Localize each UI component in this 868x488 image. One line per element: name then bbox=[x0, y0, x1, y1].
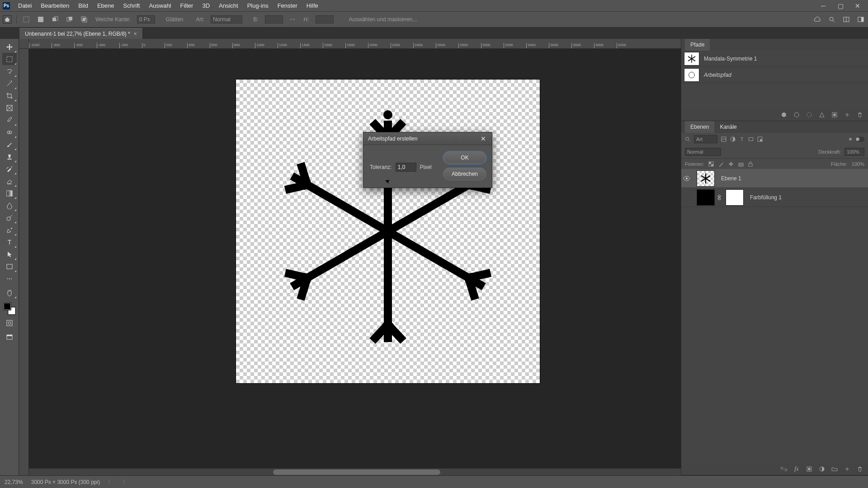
eyedropper-tool[interactable] bbox=[2, 114, 17, 126]
lock-nested-icon[interactable] bbox=[738, 161, 744, 167]
filter-smart-object-icon[interactable] bbox=[757, 136, 763, 142]
search-icon[interactable] bbox=[827, 15, 836, 24]
clone-stamp-tool[interactable] bbox=[2, 150, 17, 163]
doc-info-prev-icon[interactable]: 〈 bbox=[121, 479, 125, 485]
magic-wand-tool[interactable] bbox=[2, 77, 17, 89]
style-select[interactable]: Normal bbox=[211, 15, 242, 23]
edit-toolbar-icon[interactable] bbox=[2, 272, 17, 285]
healing-brush-tool[interactable] bbox=[2, 126, 17, 138]
paths-tab[interactable]: Pfade bbox=[685, 39, 710, 51]
maximize-icon[interactable]: ▢ bbox=[833, 1, 848, 10]
cancel-button[interactable]: Abbrechen bbox=[443, 168, 486, 180]
width-input[interactable] bbox=[265, 15, 283, 23]
menu-item[interactable]: 3D bbox=[198, 2, 214, 9]
doc-info[interactable]: 3000 Px × 3000 Px (300 ppi) bbox=[31, 479, 100, 485]
layer-style-icon[interactable]: fx bbox=[793, 465, 800, 473]
visibility-toggle-icon[interactable] bbox=[683, 176, 694, 181]
add-mask-from-path-icon[interactable] bbox=[831, 111, 838, 118]
menu-item[interactable]: Bearbeiten bbox=[36, 2, 74, 9]
link-layers-icon[interactable] bbox=[780, 465, 788, 473]
fill-path-icon[interactable] bbox=[780, 111, 788, 118]
menu-item[interactable]: Auswahl bbox=[144, 2, 175, 9]
path-to-selection-icon[interactable] bbox=[806, 111, 813, 118]
rectangle-tool[interactable] bbox=[2, 260, 17, 272]
lock-all-icon[interactable] bbox=[748, 161, 753, 167]
stroke-path-icon[interactable] bbox=[793, 111, 800, 118]
home-icon[interactable] bbox=[3, 15, 12, 23]
new-selection-icon[interactable] bbox=[36, 15, 46, 24]
layers-tab[interactable]: Ebenen bbox=[685, 121, 714, 133]
path-row[interactable]: Arbeitspfad bbox=[681, 67, 868, 83]
new-adjustment-layer-icon[interactable] bbox=[818, 465, 826, 473]
select-and-mask-button[interactable]: Auswählen und maskieren... bbox=[347, 16, 419, 23]
zoom-level[interactable]: 22,73% bbox=[5, 479, 23, 485]
new-layer-icon[interactable] bbox=[844, 465, 851, 473]
delete-layer-icon[interactable] bbox=[856, 465, 863, 473]
ok-button[interactable]: OK bbox=[443, 151, 486, 164]
doc-info-chevron-icon[interactable]: 〉 bbox=[108, 479, 113, 485]
quick-mask-icon[interactable] bbox=[2, 317, 17, 329]
lock-position-icon[interactable] bbox=[728, 161, 734, 167]
swap-wh-icon[interactable] bbox=[288, 15, 297, 24]
screen-mode-icon[interactable] bbox=[2, 331, 17, 343]
filter-toggle-switch[interactable] bbox=[855, 137, 864, 141]
scrollbar-horizontal[interactable] bbox=[29, 468, 681, 475]
ruler-horizontal[interactable]: -1000-800-600-400-2000200400600800100012… bbox=[29, 39, 681, 49]
workspace-icon[interactable] bbox=[856, 15, 865, 24]
arrange-docs-icon[interactable] bbox=[842, 15, 851, 24]
path-row[interactable]: Mandala-Symmetrie 1 bbox=[681, 51, 868, 67]
move-tool[interactable] bbox=[2, 41, 17, 53]
feather-input[interactable]: 0 Px bbox=[137, 15, 155, 23]
menu-item[interactable]: Fenster bbox=[273, 2, 302, 9]
marquee-tool[interactable] bbox=[2, 53, 17, 65]
ruler-vertical[interactable] bbox=[19, 49, 29, 475]
menu-item[interactable]: Schrift bbox=[119, 2, 145, 9]
filter-adjustment-icon[interactable] bbox=[730, 136, 736, 142]
document-canvas[interactable] bbox=[236, 80, 540, 383]
menu-item[interactable]: Bild bbox=[74, 2, 93, 9]
type-tool[interactable]: T bbox=[2, 236, 17, 248]
menu-item[interactable]: Datei bbox=[14, 2, 36, 9]
add-mask-icon[interactable] bbox=[806, 465, 813, 473]
tolerance-input[interactable]: 1,0 bbox=[396, 163, 416, 172]
lasso-tool[interactable] bbox=[2, 65, 17, 77]
eraser-tool[interactable] bbox=[2, 175, 17, 187]
history-brush-tool[interactable] bbox=[2, 163, 17, 175]
crop-tool[interactable] bbox=[2, 89, 17, 102]
filter-type-layer-icon[interactable]: T bbox=[739, 136, 745, 142]
menu-item[interactable]: Ansicht bbox=[214, 2, 243, 9]
close-window-icon[interactable]: ✕ bbox=[850, 1, 865, 10]
menu-item[interactable]: Ebene bbox=[93, 2, 119, 9]
menu-item[interactable]: Hilfe bbox=[302, 2, 323, 9]
lock-pixels-icon[interactable] bbox=[718, 161, 724, 167]
filter-pixel-icon[interactable] bbox=[721, 136, 726, 142]
search-icon[interactable] bbox=[685, 136, 690, 142]
gradient-tool[interactable] bbox=[2, 187, 17, 199]
filter-type-select[interactable]: Art bbox=[694, 135, 717, 143]
add-selection-icon[interactable] bbox=[50, 15, 60, 24]
marquee-icon[interactable] bbox=[21, 15, 31, 24]
blend-mode-select[interactable]: Normal bbox=[685, 148, 721, 156]
ruler-origin-icon[interactable] bbox=[19, 39, 29, 49]
path-selection-tool[interactable] bbox=[2, 248, 17, 260]
cloud-docs-icon[interactable] bbox=[813, 15, 822, 24]
menu-item[interactable]: Filter bbox=[176, 2, 198, 9]
minimize-icon[interactable]: ─ bbox=[816, 1, 831, 10]
layer-row[interactable]: Ebene 1 bbox=[681, 169, 868, 188]
dodge-tool[interactable] bbox=[2, 211, 17, 224]
height-input[interactable] bbox=[316, 15, 334, 23]
menu-item[interactable]: Plug-ins bbox=[243, 2, 273, 9]
selection-to-path-icon[interactable] bbox=[818, 111, 826, 118]
new-group-icon[interactable] bbox=[831, 465, 838, 473]
blur-tool[interactable] bbox=[2, 199, 17, 211]
subtract-selection-icon[interactable] bbox=[65, 15, 75, 24]
document-tab[interactable]: Unbenannt-1 bei 22,7% (Ebene 1, RGB/8) *… bbox=[19, 28, 143, 39]
layer-row[interactable]: Farbfüllung 1 bbox=[681, 188, 868, 207]
close-tab-icon[interactable]: × bbox=[134, 31, 137, 37]
delete-path-icon[interactable] bbox=[856, 111, 863, 118]
filter-shape-icon[interactable] bbox=[748, 136, 754, 142]
fill-input[interactable]: 100% bbox=[852, 161, 864, 167]
intersect-selection-icon[interactable] bbox=[79, 15, 89, 24]
hand-tool[interactable] bbox=[2, 286, 17, 299]
layer-link-icon[interactable] bbox=[717, 194, 723, 201]
